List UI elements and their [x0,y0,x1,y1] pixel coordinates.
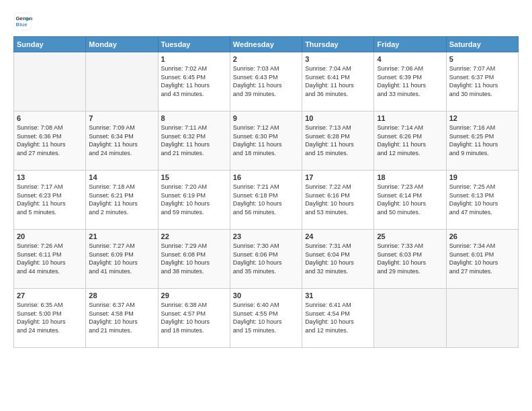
day-number: 1 [161,55,227,63]
calendar-cell: 29Sunrise: 6:38 AM Sunset: 4:57 PM Dayli… [158,289,230,348]
calendar-cell [374,289,446,348]
cell-content: Sunrise: 7:11 AM Sunset: 6:32 PM Dayligh… [161,124,227,157]
calendar-cell: 24Sunrise: 7:31 AM Sunset: 6:04 PM Dayli… [302,230,374,289]
day-number: 28 [89,291,154,300]
calendar-cell: 23Sunrise: 7:30 AM Sunset: 6:06 PM Dayli… [230,230,302,289]
weekday-header-thursday: Thursday [302,37,374,52]
day-number: 12 [449,114,515,122]
logo: General Blue [13,12,35,31]
calendar-cell [86,52,158,111]
weekday-header-row: SundayMondayTuesdayWednesdayThursdayFrid… [14,37,519,52]
calendar-cell: 3Sunrise: 7:04 AM Sunset: 6:41 PM Daylig… [302,52,374,111]
cell-content: Sunrise: 6:40 AM Sunset: 4:55 PM Dayligh… [233,301,299,334]
calendar-cell: 26Sunrise: 7:34 AM Sunset: 6:01 PM Dayli… [446,230,518,289]
cell-content: Sunrise: 7:29 AM Sunset: 6:08 PM Dayligh… [161,242,227,275]
cell-content: Sunrise: 7:13 AM Sunset: 6:28 PM Dayligh… [305,124,371,157]
day-number: 30 [233,291,299,300]
calendar-cell: 11Sunrise: 7:14 AM Sunset: 6:26 PM Dayli… [374,111,446,171]
cell-content: Sunrise: 7:08 AM Sunset: 6:36 PM Dayligh… [17,124,83,157]
calendar-cell: 16Sunrise: 7:21 AM Sunset: 6:18 PM Dayli… [230,171,302,230]
day-number: 13 [17,173,83,181]
week-row-2: 6Sunrise: 7:08 AM Sunset: 6:36 PM Daylig… [14,111,519,171]
calendar-cell: 20Sunrise: 7:26 AM Sunset: 6:11 PM Dayli… [14,230,86,289]
day-number: 11 [377,114,443,122]
cell-content: Sunrise: 7:03 AM Sunset: 6:43 PM Dayligh… [233,64,299,98]
calendar-cell: 30Sunrise: 6:40 AM Sunset: 4:55 PM Dayli… [230,289,302,348]
day-number: 23 [233,232,299,240]
day-number: 6 [17,114,83,122]
cell-content: Sunrise: 7:09 AM Sunset: 6:34 PM Dayligh… [89,124,154,157]
svg-text:Blue: Blue [16,21,28,28]
calendar-cell: 6Sunrise: 7:08 AM Sunset: 6:36 PM Daylig… [14,111,86,171]
cell-content: Sunrise: 7:25 AM Sunset: 6:13 PM Dayligh… [449,183,515,216]
cell-content: Sunrise: 7:22 AM Sunset: 6:16 PM Dayligh… [305,183,371,216]
day-number: 7 [89,114,154,122]
day-number: 9 [233,114,299,122]
day-number: 10 [305,114,371,122]
logo-icon: General Blue [13,12,32,31]
calendar: SundayMondayTuesdayWednesdayThursdayFrid… [13,36,519,348]
day-number: 3 [305,55,371,63]
cell-content: Sunrise: 6:35 AM Sunset: 5:00 PM Dayligh… [17,301,83,334]
weekday-header-sunday: Sunday [14,37,86,52]
weekday-header-monday: Monday [86,37,158,52]
calendar-cell: 12Sunrise: 7:16 AM Sunset: 6:25 PM Dayli… [446,111,518,171]
cell-content: Sunrise: 7:04 AM Sunset: 6:41 PM Dayligh… [305,64,371,98]
cell-content: Sunrise: 6:41 AM Sunset: 4:54 PM Dayligh… [305,301,371,334]
day-number: 31 [305,291,371,300]
day-number: 22 [161,232,227,240]
calendar-cell: 19Sunrise: 7:25 AM Sunset: 6:13 PM Dayli… [446,171,518,230]
calendar-cell: 14Sunrise: 7:18 AM Sunset: 6:21 PM Dayli… [86,171,158,230]
cell-content: Sunrise: 7:16 AM Sunset: 6:25 PM Dayligh… [449,124,515,157]
day-number: 27 [17,291,83,300]
header: General Blue [13,12,519,31]
calendar-cell: 22Sunrise: 7:29 AM Sunset: 6:08 PM Dayli… [158,230,230,289]
cell-content: Sunrise: 7:12 AM Sunset: 6:30 PM Dayligh… [233,124,299,157]
calendar-cell: 9Sunrise: 7:12 AM Sunset: 6:30 PM Daylig… [230,111,302,171]
day-number: 2 [233,55,299,63]
day-number: 14 [89,173,154,181]
cell-content: Sunrise: 6:37 AM Sunset: 4:58 PM Dayligh… [89,301,154,334]
day-number: 8 [161,114,227,122]
calendar-cell: 17Sunrise: 7:22 AM Sunset: 6:16 PM Dayli… [302,171,374,230]
cell-content: Sunrise: 7:34 AM Sunset: 6:01 PM Dayligh… [449,242,515,275]
week-row-4: 20Sunrise: 7:26 AM Sunset: 6:11 PM Dayli… [14,230,519,289]
calendar-cell: 27Sunrise: 6:35 AM Sunset: 5:00 PM Dayli… [14,289,86,348]
calendar-cell: 15Sunrise: 7:20 AM Sunset: 6:19 PM Dayli… [158,171,230,230]
day-number: 25 [377,232,443,240]
calendar-cell: 28Sunrise: 6:37 AM Sunset: 4:58 PM Dayli… [86,289,158,348]
cell-content: Sunrise: 7:18 AM Sunset: 6:21 PM Dayligh… [89,183,154,216]
day-number: 18 [377,173,443,181]
day-number: 26 [449,232,515,240]
week-row-3: 13Sunrise: 7:17 AM Sunset: 6:23 PM Dayli… [14,171,519,230]
cell-content: Sunrise: 7:14 AM Sunset: 6:26 PM Dayligh… [377,124,443,157]
calendar-cell: 13Sunrise: 7:17 AM Sunset: 6:23 PM Dayli… [14,171,86,230]
cell-content: Sunrise: 7:06 AM Sunset: 6:39 PM Dayligh… [377,64,443,98]
calendar-cell: 5Sunrise: 7:07 AM Sunset: 6:37 PM Daylig… [446,52,518,111]
day-number: 4 [377,55,443,63]
cell-content: Sunrise: 7:31 AM Sunset: 6:04 PM Dayligh… [305,242,371,275]
calendar-cell: 2Sunrise: 7:03 AM Sunset: 6:43 PM Daylig… [230,52,302,111]
calendar-cell: 7Sunrise: 7:09 AM Sunset: 6:34 PM Daylig… [86,111,158,171]
week-row-5: 27Sunrise: 6:35 AM Sunset: 5:00 PM Dayli… [14,289,519,348]
day-number: 20 [17,232,83,240]
cell-content: Sunrise: 7:07 AM Sunset: 6:37 PM Dayligh… [449,64,515,98]
calendar-cell: 10Sunrise: 7:13 AM Sunset: 6:28 PM Dayli… [302,111,374,171]
cell-content: Sunrise: 7:30 AM Sunset: 6:06 PM Dayligh… [233,242,299,275]
cell-content: Sunrise: 7:26 AM Sunset: 6:11 PM Dayligh… [17,242,83,275]
calendar-cell: 18Sunrise: 7:23 AM Sunset: 6:14 PM Dayli… [374,171,446,230]
cell-content: Sunrise: 7:27 AM Sunset: 6:09 PM Dayligh… [89,242,154,275]
cell-content: Sunrise: 7:33 AM Sunset: 6:03 PM Dayligh… [377,242,443,275]
calendar-cell: 25Sunrise: 7:33 AM Sunset: 6:03 PM Dayli… [374,230,446,289]
weekday-header-wednesday: Wednesday [230,37,302,52]
calendar-cell [446,289,518,348]
weekday-header-friday: Friday [374,37,446,52]
day-number: 24 [305,232,371,240]
calendar-cell: 21Sunrise: 7:27 AM Sunset: 6:09 PM Dayli… [86,230,158,289]
day-number: 5 [449,55,515,63]
weekday-header-tuesday: Tuesday [158,37,230,52]
calendar-cell [14,52,86,111]
day-number: 15 [161,173,227,181]
calendar-cell: 31Sunrise: 6:41 AM Sunset: 4:54 PM Dayli… [302,289,374,348]
week-row-1: 1Sunrise: 7:02 AM Sunset: 6:45 PM Daylig… [14,52,519,111]
